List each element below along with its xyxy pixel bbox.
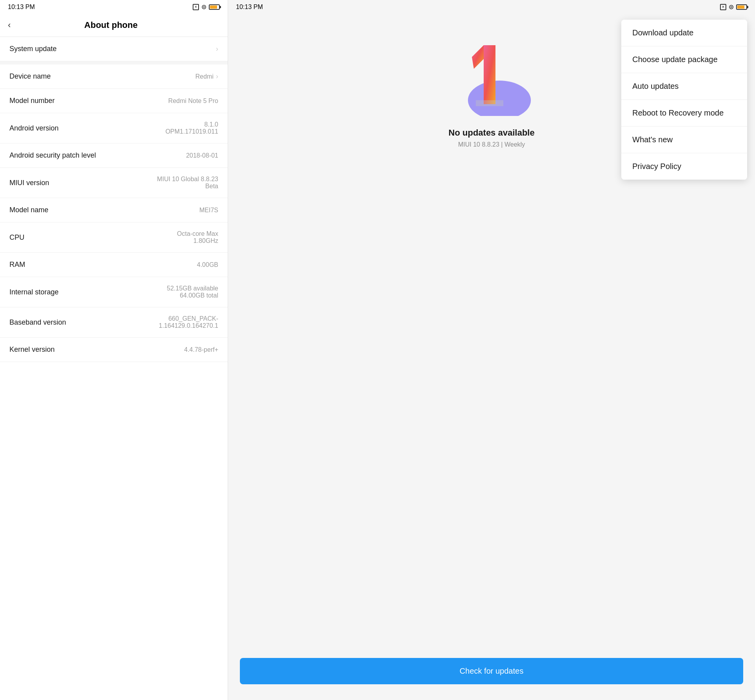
security-patch-value: 2018-08-01 [186,152,218,159]
left-time: 10:13 PM [8,4,35,11]
right-wifi-icon: ⊜ [729,3,734,11]
internal-storage-value: 52.15GB available64.00GB total [167,285,218,299]
screen-record-icon: × [193,4,199,10]
no-updates-subtitle: MIUI 10 8.8.23 | Weekly [458,141,525,148]
cpu-label: CPU [9,233,24,242]
dropdown-menu: Download update Choose update package Au… [621,20,747,180]
cpu-item: CPU Octa-core Max1.80GHz [0,222,228,253]
no-updates-title: No updates available [449,128,535,138]
miui-version-value: MIUI 10 Global 8.8.23Beta [157,176,218,190]
header: ‹ About phone [0,14,228,37]
page-title: About phone [17,20,205,30]
right-panel: 10:13 PM × ⊜ Download update Choose upda… [228,0,755,700]
model-number-label: Model number [9,97,55,105]
dropdown-whats-new[interactable]: What's new [621,127,747,153]
android-version-item: Android version 8.1.0OPM1.171019.011 [0,113,228,143]
model-number-value: Redmi Note 5 Pro [168,97,218,105]
settings-list: System update › Device name Redmi › Mode… [0,37,228,700]
ram-label: RAM [9,261,25,269]
cpu-value: Octa-core Max1.80GHz [177,230,218,244]
right-screen-record-icon: × [720,4,726,10]
ram-item: RAM 4.00GB [0,253,228,277]
left-panel: 10:13 PM × ⊜ ‹ About phone System update… [0,0,228,700]
right-status-icons: × ⊜ [720,3,747,11]
model-number-item: Model number Redmi Note 5 Pro [0,89,228,113]
battery-icon [209,4,220,10]
svg-point-0 [468,81,531,116]
dropdown-download-update[interactable]: Download update [621,20,747,46]
device-name-label: Device name [9,72,51,81]
kernel-version-label: Kernel version [9,345,55,354]
android-version-label: Android version [9,124,59,132]
wifi-icon: ⊜ [201,3,206,11]
system-update-chevron: › [216,45,218,53]
security-patch-label: Android security patch level [9,151,96,160]
right-status-bar: 10:13 PM × ⊜ [228,0,755,14]
android-version-value: 8.1.0OPM1.171019.011 [166,121,218,135]
internal-storage-label: Internal storage [9,288,59,296]
model-name-item: Model name MEI7S [0,198,228,222]
internal-storage-item: Internal storage 52.15GB available64.00G… [0,277,228,307]
right-time: 10:13 PM [236,4,263,11]
kernel-version-item: Kernel version 4.4.78-perf+ [0,338,228,362]
dropdown-privacy-policy[interactable]: Privacy Policy [621,153,747,180]
check-updates-button[interactable]: Check for updates [240,658,743,684]
miui-version-item: MIUI version MIUI 10 Global 8.8.23Beta [0,168,228,198]
baseband-version-item: Baseband version 660_GEN_PACK-1.164129.0… [0,307,228,338]
model-name-value: MEI7S [199,207,218,214]
device-name-value: Redmi › [195,72,218,81]
system-update-label: System update [9,45,57,53]
miui-logo [452,37,531,116]
dropdown-reboot-recovery[interactable]: Reboot to Recovery mode [621,100,747,127]
device-name-item[interactable]: Device name Redmi › [0,64,228,89]
ram-value: 4.00GB [197,261,218,268]
dropdown-auto-updates[interactable]: Auto updates [621,73,747,100]
system-update-item[interactable]: System update › [0,37,228,61]
model-name-label: Model name [9,206,48,214]
miui-version-label: MIUI version [9,179,49,187]
dropdown-choose-package[interactable]: Choose update package [621,46,747,73]
kernel-version-value: 4.4.78-perf+ [184,346,218,353]
baseband-version-label: Baseband version [9,318,66,327]
section-divider [0,61,228,64]
left-status-icons: × ⊜ [193,3,220,11]
baseband-version-value: 660_GEN_PACK-1.164129.0.164270.1 [159,315,218,329]
left-status-bar: 10:13 PM × ⊜ [0,0,228,14]
security-patch-item: Android security patch level 2018-08-01 [0,143,228,168]
right-battery-icon [736,4,747,10]
back-button[interactable]: ‹ [8,21,11,29]
device-name-chevron: › [216,72,218,81]
